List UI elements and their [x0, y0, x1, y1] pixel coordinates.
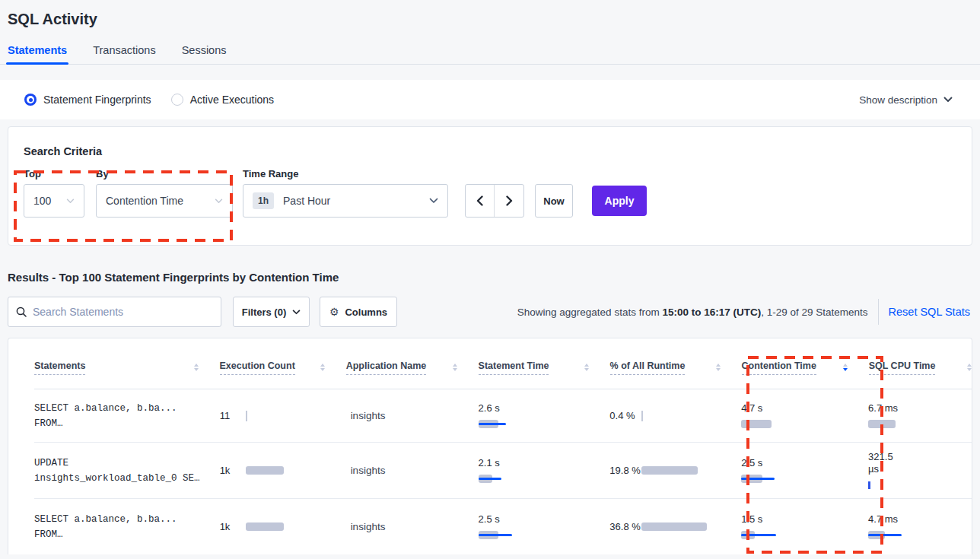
contention-time-cell: 4.7 s	[741, 402, 868, 429]
time-range-field: Time Range 1h Past Hour	[243, 168, 448, 218]
tab-bar: Statements Transactions Sessions	[0, 44, 980, 65]
show-description-label: Show description	[859, 94, 937, 106]
show-description-toggle[interactable]: Show description	[859, 94, 953, 106]
search-criteria-card: Search Criteria Top 100 By Contention Ti…	[8, 126, 972, 246]
top-select[interactable]: 100	[24, 184, 84, 218]
filters-button-label: Filters (0)	[242, 306, 287, 318]
columns-button-label: Columns	[345, 306, 387, 318]
time-range-badge: 1h	[253, 192, 274, 209]
statement-fingerprint-link[interactable]: SELECT a.balance, b.ba... FROM…	[34, 512, 220, 542]
table-row: SELECT a.balance, b.ba... FROM… 11 insig…	[34, 389, 972, 443]
tab-statements[interactable]: Statements	[8, 44, 67, 64]
chevron-down-icon	[943, 97, 953, 103]
column-header-application-name[interactable]: Application Name	[346, 360, 479, 375]
pct-all-runtime-bar	[641, 411, 733, 421]
apply-button[interactable]: Apply	[592, 186, 647, 216]
search-statements-box	[8, 297, 221, 327]
now-button[interactable]: Now	[535, 184, 573, 218]
time-next-button[interactable]	[495, 185, 523, 217]
sort-icon	[584, 364, 589, 371]
chevron-right-icon	[506, 195, 513, 206]
statement-fingerprint-link[interactable]: SELECT a.balance, b.ba... FROM…	[34, 401, 220, 431]
contention-time-bar	[741, 475, 832, 484]
results-controls-row: Filters (0) ⚙ Columns Showing aggregated…	[8, 297, 972, 327]
reset-sql-stats-link[interactable]: Reset SQL Stats	[889, 306, 972, 318]
pct-all-runtime-cell: 36.8 %	[609, 521, 741, 533]
application-name-cell: insights	[346, 521, 479, 532]
table-row: SELECT a.balance, b.ba... FROM… 1k insig…	[34, 499, 972, 554]
execution-count-cell: 1k	[220, 521, 346, 533]
columns-button[interactable]: ⚙ Columns	[320, 297, 397, 327]
sort-icon	[453, 364, 457, 371]
contention-time-bar	[741, 420, 832, 429]
stats-time-range: 15:00 to 16:17 (UTC)	[662, 306, 761, 318]
chevron-left-icon	[476, 195, 483, 206]
sql-cpu-time-bar	[868, 531, 959, 540]
by-field: By Contention Time	[96, 168, 233, 218]
sort-icon	[194, 364, 199, 371]
column-header-statements[interactable]: Statements	[34, 360, 220, 375]
statement-time-cell: 2.6 s	[479, 402, 610, 429]
execution-count-bar	[246, 522, 337, 532]
by-select-value: Contention Time	[106, 195, 215, 207]
radio-statement-fingerprints-label: Statement Fingerprints	[43, 94, 151, 106]
by-select[interactable]: Contention Time	[96, 184, 233, 218]
time-range-select[interactable]: 1h Past Hour	[243, 184, 448, 218]
pct-all-runtime-bar	[641, 522, 733, 532]
execution-count-cell: 11	[220, 410, 346, 422]
sort-icon	[967, 364, 972, 371]
application-name-cell: insights	[346, 465, 479, 476]
statement-time-cell: 2.1 s	[479, 457, 610, 484]
time-range-label: Time Range	[243, 168, 448, 179]
sql-cpu-time-cell: 4.7 ms	[868, 513, 972, 540]
view-toggle-bar: Statement Fingerprints Active Executions…	[0, 80, 980, 119]
tab-sessions[interactable]: Sessions	[182, 44, 227, 64]
sql-cpu-time-cell: 321.5 µs	[868, 451, 972, 490]
top-field: Top 100	[24, 168, 84, 218]
column-header-pct-all-runtime[interactable]: % of All Runtime	[610, 360, 742, 375]
pct-all-runtime-cell: 0.4 %	[609, 410, 741, 422]
chevron-down-icon	[292, 310, 301, 315]
chevron-down-icon	[215, 199, 223, 204]
statement-time-bar	[479, 475, 570, 484]
column-header-execution-count[interactable]: Execution Count	[220, 360, 346, 375]
page-header: SQL Activity	[0, 0, 980, 28]
contention-time-bar	[741, 531, 832, 540]
statement-time-cell: 2.5 s	[479, 513, 610, 540]
time-prev-button[interactable]	[466, 185, 495, 217]
radio-unselected-icon	[171, 94, 183, 106]
sort-icon	[716, 364, 721, 371]
sort-icon	[320, 364, 325, 371]
column-header-contention-time[interactable]: Contention Time	[742, 360, 869, 375]
sort-icon	[843, 364, 848, 371]
statement-fingerprint-link[interactable]: UPDATE insights_workload_table_0 SE…	[34, 456, 220, 486]
column-header-sql-cpu-time[interactable]: SQL CPU Time	[869, 360, 972, 375]
radio-active-executions[interactable]: Active Executions	[171, 94, 275, 106]
search-criteria-heading: Search Criteria	[24, 145, 956, 157]
contention-time-cell: 1.5 s	[741, 513, 868, 540]
statement-time-bar	[479, 420, 570, 429]
table-row: UPDATE insights_workload_table_0 SE… 1k …	[34, 443, 972, 499]
sql-cpu-time-cell: 6.7 ms	[868, 402, 972, 429]
pct-all-runtime-bar	[641, 466, 733, 475]
search-statements-input[interactable]	[33, 306, 213, 318]
tab-transactions[interactable]: Transactions	[93, 44, 155, 64]
filters-button[interactable]: Filters (0)	[233, 297, 310, 327]
results-heading: Results - Top 100 Statement Fingerprints…	[8, 271, 980, 284]
execution-count-cell: 1k	[220, 465, 346, 477]
divider	[878, 299, 879, 325]
page-title: SQL Activity	[8, 11, 980, 28]
application-name-cell: insights	[346, 410, 479, 421]
execution-count-bar	[246, 411, 337, 421]
column-header-statement-time[interactable]: Statement Time	[479, 360, 610, 375]
view-radio-group: Statement Fingerprints Active Executions	[24, 94, 274, 106]
sql-cpu-time-bar	[868, 420, 959, 429]
chevron-down-icon	[66, 199, 75, 204]
chevron-down-icon	[429, 198, 438, 204]
statements-table: Statements Execution Count Application N…	[8, 338, 972, 554]
radio-statement-fingerprints[interactable]: Statement Fingerprints	[24, 94, 151, 106]
radio-active-executions-label: Active Executions	[190, 94, 275, 106]
statement-time-bar	[479, 531, 570, 540]
pct-all-runtime-cell: 19.8 %	[609, 465, 741, 477]
contention-time-cell: 2.5 s	[741, 457, 868, 484]
